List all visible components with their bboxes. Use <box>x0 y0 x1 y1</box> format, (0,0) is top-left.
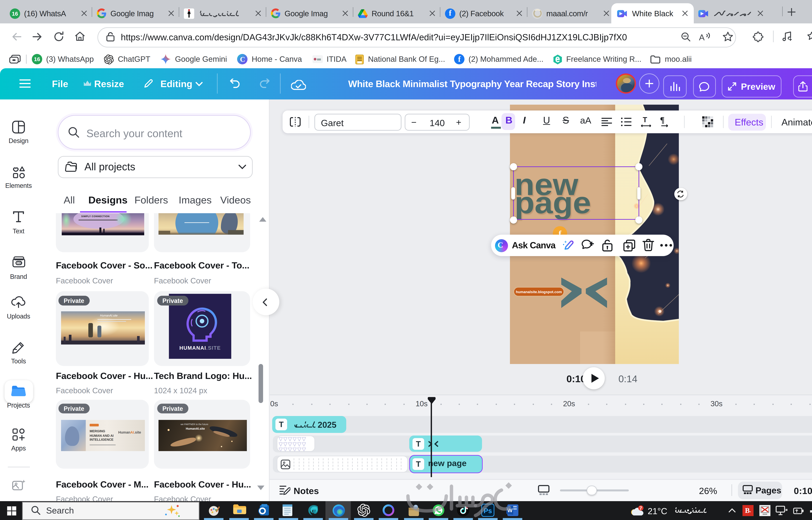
svg-text:T: T <box>643 116 647 124</box>
svg-text:HUMANAI.SITE: HUMANAI.SITE <box>179 345 221 351</box>
svg-text:humanalsite.blogspot.com: humanalsite.blogspot.com <box>516 290 562 294</box>
svg-text:CO: CO <box>17 262 21 264</box>
svg-text:A: A <box>699 33 705 42</box>
svg-text:¶: ¶ <box>660 116 665 125</box>
